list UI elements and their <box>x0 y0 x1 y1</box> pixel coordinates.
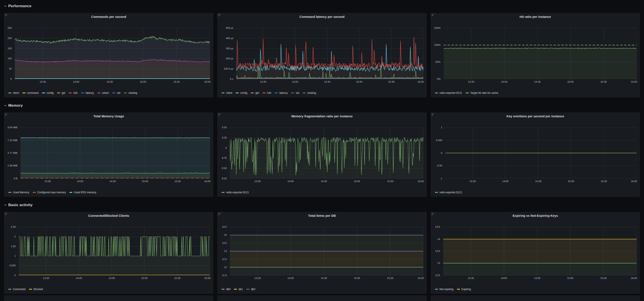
panel-info-corner[interactable]: i <box>4 13 10 19</box>
panel-title[interactable]: Key evictions per second per instance <box>438 115 633 118</box>
x-axis-tick-label: 13:30 <box>468 277 474 279</box>
section-header-memory[interactable]: Memory <box>4 103 640 108</box>
legend-swatch <box>246 289 250 290</box>
x-axis-tick-label: 16:00 <box>631 180 637 183</box>
legend-item[interactable]: db1 <box>234 288 243 291</box>
plot-area[interactable] <box>230 128 423 178</box>
legend-swatch <box>8 93 11 93</box>
legend-item[interactable]: Blocked <box>29 288 43 291</box>
legend-swatch <box>435 289 438 290</box>
y-axis-tick-label: 150% <box>434 27 440 30</box>
legend-item[interactable]: Connected <box>8 288 26 291</box>
x-axis-tick-label: 14:30 <box>108 277 115 279</box>
legend-item[interactable]: db2 <box>246 288 255 291</box>
x-axis-tick-label: 15:30 <box>600 81 607 83</box>
plot-area[interactable] <box>236 28 423 79</box>
legend-item[interactable]: db0 <box>222 288 230 291</box>
y-axis-tick-label: 100% <box>434 44 440 47</box>
legend-swatch <box>435 93 438 93</box>
legend-item[interactable]: redis-exporter:9121 <box>435 91 462 94</box>
legend-item[interactable]: info <box>262 91 271 94</box>
info-icon: i <box>219 212 219 215</box>
legend-item[interactable]: slowlog <box>124 91 137 94</box>
panel-info-corner[interactable]: i <box>4 212 10 217</box>
legend-item[interactable]: client <box>8 91 19 94</box>
legend-item[interactable]: info <box>69 91 78 94</box>
panel-info-corner[interactable]: i <box>218 212 223 217</box>
legend-item[interactable]: redis-exporter:9121 <box>435 191 462 194</box>
panel-title[interactable]: Total Items per DB <box>224 214 420 217</box>
panel-info-corner[interactable]: i <box>431 113 436 118</box>
legend-swatch <box>8 289 11 290</box>
section-header-basic-activity[interactable]: Basic activity <box>4 202 640 208</box>
panel-command-latency: i Command latency per second 0 s100.0 µs… <box>217 13 426 97</box>
panel-title[interactable]: Memory fragmentation ratio per instance <box>224 115 420 118</box>
x-axis-tick-label: 16:00 <box>631 277 637 279</box>
legend-item[interactable]: config <box>236 91 247 94</box>
panel-info-corner[interactable]: i <box>431 212 436 217</box>
x-axis-tick-label: 15:30 <box>600 277 607 279</box>
y-axis-tick-label: 0 <box>441 152 442 154</box>
y-axis-tick-label: 14 <box>437 238 440 241</box>
plot-area[interactable] <box>443 227 636 275</box>
plot-area[interactable] <box>15 28 210 79</box>
panel-info-corner[interactable]: i <box>218 13 223 19</box>
y-axis-tick-label: 12 <box>224 266 227 269</box>
panel-title[interactable]: Hit ratio per instance <box>438 15 633 19</box>
legend-item[interactable]: set <box>291 91 299 94</box>
plot-area[interactable] <box>230 227 423 275</box>
legend-swatch <box>275 93 278 93</box>
legend-item[interactable]: slowlog <box>302 91 316 94</box>
panel-title[interactable]: Commands per second <box>11 15 206 19</box>
legend-item[interactable]: command <box>22 91 38 94</box>
legend-item[interactable]: redis-exporter:9121 <box>222 191 249 194</box>
panel-info-corner[interactable]: i <box>431 13 436 19</box>
section-header-performance[interactable]: Performance <box>4 4 640 9</box>
panel-info-corner[interactable]: i <box>218 113 223 118</box>
panel-title[interactable]: Total Memory Usage <box>11 115 206 118</box>
legend-item[interactable]: Expiring <box>457 288 471 291</box>
panel-row: i Connected/Blocked Clients 00.50011.502… <box>4 212 640 293</box>
legend: redis-exporter:9121 <box>222 191 424 194</box>
x-axis-tick-label: 15:00 <box>568 180 574 183</box>
plot-area[interactable] <box>19 227 210 275</box>
y-axis-tick-label: 14.5 <box>222 225 227 228</box>
y-axis-tick-label: 8.50 <box>222 167 227 170</box>
legend-item[interactable]: get <box>251 91 259 94</box>
legend-item[interactable]: latency <box>81 91 94 94</box>
x-axis-tick-label: 14:30 <box>324 81 330 83</box>
legend-item[interactable]: Used RSS memory <box>69 191 96 194</box>
plot-area[interactable] <box>20 128 210 178</box>
legend: Not expiringExpiring <box>435 288 638 291</box>
legend-item[interactable]: Not expiring <box>435 288 454 291</box>
panel-expiring-keys: i Expiring vs Not-Expiring Keys 12.51313… <box>431 212 640 293</box>
legend-item[interactable]: config <box>42 91 54 94</box>
legend: Used MemoryConfigured max memoryUsed RSS… <box>8 191 211 194</box>
section-basic-activity: Basic activity i Connected/Blocked Clien… <box>4 202 640 301</box>
section-title: Basic activity <box>8 203 32 207</box>
panel-title[interactable]: Command latency per second <box>224 15 420 19</box>
legend-item[interactable]: Target hit ratio for cache <box>466 91 498 94</box>
plot-area[interactable] <box>444 28 636 79</box>
legend-item[interactable]: Used Memory <box>8 191 29 194</box>
legend-item[interactable]: latency <box>275 91 288 94</box>
x-axis-tick-label: 15:00 <box>567 81 574 83</box>
y-axis-tick-label: 0 s <box>230 78 233 81</box>
chart-canvas <box>20 128 210 178</box>
panel-title[interactable]: Expiring vs Not-Expiring Keys <box>438 214 633 217</box>
legend-swatch <box>262 93 266 93</box>
legend-item[interactable]: select <box>98 91 109 94</box>
legend-swatch <box>29 289 32 290</box>
y-axis-tick-label: 14 <box>224 234 227 236</box>
x-axis-tick-label: 13:30 <box>44 180 51 183</box>
legend-item[interactable]: Configured max memory <box>33 191 66 194</box>
y-axis-tick-label: 100.0 µs <box>224 67 233 70</box>
plot-area[interactable] <box>446 128 636 178</box>
legend-item[interactable]: client <box>222 91 232 94</box>
legend-item[interactable]: set <box>112 91 120 94</box>
panel-title[interactable]: Connected/Blocked Clients <box>11 214 206 217</box>
x-axis-tick-label: 14:00 <box>288 277 294 279</box>
x-axis-tick-label: 14:30 <box>110 180 116 183</box>
panel-info-corner[interactable]: i <box>4 113 10 118</box>
legend-item[interactable]: get <box>57 91 66 94</box>
